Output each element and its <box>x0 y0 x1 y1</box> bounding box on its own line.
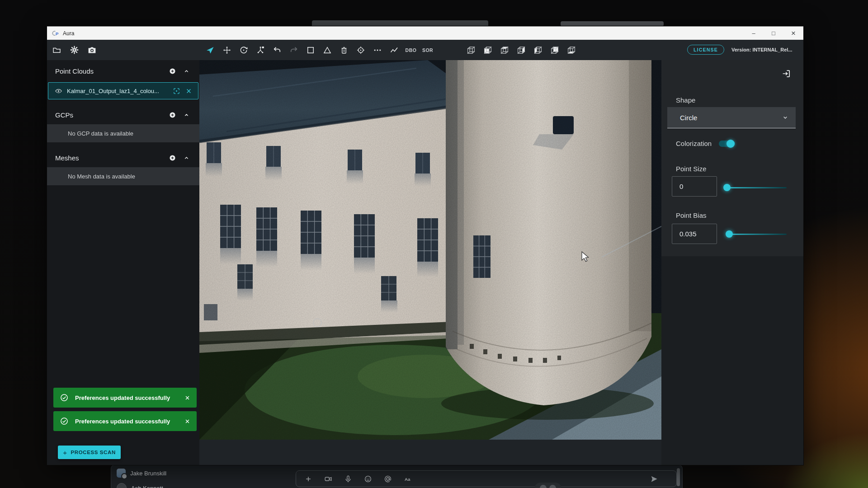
point-bias-input[interactable] <box>672 224 717 244</box>
license-badge[interactable]: LICENSE <box>687 45 724 55</box>
right-column: Shape Circle Colorization Point Size <box>661 60 803 465</box>
tool-delete-button[interactable] <box>339 45 349 56</box>
chat-user-row[interactable]: Ash Kennett <box>117 482 163 488</box>
point-size-slider[interactable] <box>727 184 787 191</box>
view-right-button[interactable] <box>516 45 527 56</box>
svg-text:P: P <box>56 31 59 36</box>
collapse-panel-icon[interactable] <box>781 68 792 79</box>
desktop-background: Jake BrunskillAsh Kennett Aa P Aura –□× … <box>0 0 868 488</box>
chat-scrollbar[interactable] <box>677 468 680 486</box>
slider-track <box>727 234 787 235</box>
castle-point-cloud <box>199 60 661 440</box>
point-size-input[interactable] <box>672 176 717 197</box>
settings-button[interactable] <box>69 45 80 56</box>
tool-dbo-button[interactable]: DBO <box>406 45 416 56</box>
collapse-gcps-icon[interactable] <box>183 111 190 119</box>
background-window-edge <box>312 20 488 26</box>
view-cube-group <box>466 40 577 60</box>
section-title: Meshes <box>55 154 79 162</box>
empty-state-row: No GCP data is available <box>47 124 199 142</box>
remove-item-icon[interactable] <box>185 87 193 95</box>
plus-icon: + <box>63 449 67 456</box>
chat-avatar-stack[interactable] <box>535 483 561 488</box>
folder-button[interactable] <box>51 45 62 56</box>
video-icon[interactable] <box>324 475 332 483</box>
shape-dropdown[interactable]: Circle <box>667 107 796 128</box>
tool-undo-button[interactable] <box>272 45 283 56</box>
camera-button[interactable] <box>86 45 97 56</box>
undo-icon <box>273 46 282 55</box>
close-button[interactable]: × <box>783 27 803 40</box>
point-bias-label: Point Bias <box>676 211 707 219</box>
tool-gizmo-button[interactable] <box>255 45 266 56</box>
toast-close-icon[interactable] <box>184 394 191 401</box>
tool-more-button[interactable] <box>372 45 383 56</box>
emoji-icon[interactable] <box>364 475 372 483</box>
section-header-gcps: GCPs <box>47 107 199 122</box>
slider-knob[interactable] <box>726 230 733 238</box>
settings-icon <box>70 45 79 55</box>
send-icon[interactable] <box>650 475 658 483</box>
app-window: P Aura –□× DBOSOR LICENSE Version: INTER… <box>47 26 803 465</box>
add-point-clouds-icon[interactable] <box>169 67 176 75</box>
version-label: Version: INTERNAL_Rel... <box>731 47 792 52</box>
toast-notification: Preferences updated successfully <box>53 411 197 431</box>
minimize-button[interactable]: – <box>744 27 764 40</box>
tool-polyline-button[interactable] <box>389 45 400 56</box>
chat-message-input[interactable]: Aa <box>296 470 677 487</box>
view-bottom-button[interactable] <box>566 45 577 56</box>
tool-triangle-select-button[interactable] <box>322 45 333 56</box>
view-left-button[interactable] <box>533 45 543 56</box>
tool-sor-button[interactable]: SOR <box>422 45 433 56</box>
zoom-to-item-icon[interactable] <box>173 87 180 95</box>
plus-icon[interactable] <box>304 475 312 483</box>
process-scan-button[interactable]: + PROCESS SCAN <box>58 446 121 459</box>
toast-notification: Preferences updated successfully <box>53 388 197 408</box>
point-size-label: Point Size <box>676 165 707 173</box>
collapse-meshes-icon[interactable] <box>183 154 190 162</box>
toggle-knob <box>726 140 735 148</box>
chat-user-row[interactable]: Jake Brunskill <box>117 467 166 479</box>
shape-label: Shape <box>676 96 695 104</box>
section-title: GCPs <box>55 111 73 119</box>
colorization-toggle[interactable] <box>719 141 735 147</box>
tool-navigate-button[interactable] <box>205 45 216 56</box>
toast-close-icon[interactable] <box>184 418 191 425</box>
more-icon <box>373 46 382 55</box>
target-icon <box>356 46 365 55</box>
window-controls: –□× <box>744 27 803 40</box>
tool-target-button[interactable] <box>355 45 366 56</box>
avatar <box>540 485 547 488</box>
navigate-icon <box>206 46 215 55</box>
colorization-label: Colorization <box>676 140 712 147</box>
maximize-button[interactable]: □ <box>764 27 783 40</box>
tool-redo-button[interactable] <box>288 45 299 56</box>
tool-orbit-button[interactable] <box>238 45 249 56</box>
orbit-icon <box>239 46 248 55</box>
mention-icon[interactable] <box>384 475 392 483</box>
view-top-button[interactable] <box>499 45 510 56</box>
viewport-3d[interactable] <box>199 60 661 440</box>
view-back-button[interactable] <box>549 45 560 56</box>
add-meshes-icon[interactable] <box>169 154 176 162</box>
mic-icon[interactable] <box>344 475 352 483</box>
slider-knob[interactable] <box>723 184 731 191</box>
success-check-icon <box>60 393 69 402</box>
toast-message: Preferences updated successfully <box>75 394 170 401</box>
gizmo-icon <box>256 46 265 55</box>
add-gcps-icon[interactable] <box>169 111 176 119</box>
text-format-icon[interactable]: Aa <box>404 475 412 483</box>
aura-logo-icon: P <box>52 29 60 38</box>
pointcloud-item-label: Kalmar_01_Output_laz1_4_colou... <box>67 88 168 94</box>
visibility-toggle-icon[interactable] <box>55 87 62 95</box>
pointcloud-item[interactable]: Kalmar_01_Output_laz1_4_colou... <box>48 82 198 99</box>
viewport-footer-spacer <box>199 440 661 465</box>
collapse-point-clouds-icon[interactable] <box>183 67 190 75</box>
point-bias-slider[interactable] <box>727 230 787 238</box>
chat-user-name: Ash Kennett <box>131 485 163 488</box>
polyline-icon <box>390 46 399 55</box>
tool-pan-button[interactable] <box>222 45 232 56</box>
view-front-button[interactable] <box>482 45 493 56</box>
tool-box-select-button[interactable] <box>305 45 316 56</box>
view-iso-button[interactable] <box>466 45 476 56</box>
